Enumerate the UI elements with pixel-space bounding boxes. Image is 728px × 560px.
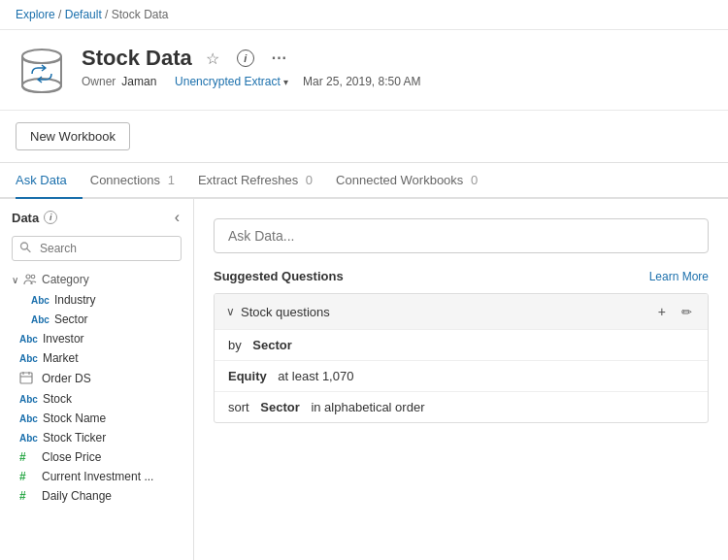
tab-connected-workbooks[interactable]: Connected Workbooks 0 [336, 163, 493, 199]
star-button[interactable]: ☆ [202, 48, 223, 70]
field-list: ∨ Category Abc Industry Abc Sect [0, 269, 193, 560]
category-item[interactable]: ∨ Category [0, 269, 193, 290]
list-item[interactable]: Abc Stock Ticker [0, 428, 193, 447]
edit-group-button[interactable]: ✏ [678, 302, 696, 321]
list-item[interactable]: Abc Investor [0, 329, 193, 348]
svg-point-2 [22, 79, 61, 92]
tabs-bar: Ask Data Connections 1 Extract Refreshes… [0, 163, 728, 199]
left-panel: Data i ‹ ∨ [0, 199, 194, 560]
edit-icon: ✏ [681, 305, 692, 319]
question-bold-word: Sector [252, 338, 291, 352]
more-button[interactable]: ··· [268, 48, 291, 69]
extract-refreshes-count: 0 [306, 173, 313, 187]
header-info: Stock Data ☆ i ··· Owner Jaman Unencrypt… [82, 46, 712, 88]
field-name: Stock [43, 392, 72, 406]
collapse-panel-button[interactable]: ‹ [173, 209, 182, 226]
field-type-icon: Abc [19, 353, 38, 364]
search-input[interactable] [12, 236, 182, 261]
svg-rect-7 [20, 373, 32, 383]
question-bold-word: Sector [260, 400, 299, 414]
question-prefix: sort [228, 400, 249, 414]
field-type-icon: Abc [31, 295, 50, 306]
field-type-icon: Abc [19, 433, 38, 444]
category-label: Category [42, 273, 89, 286]
suggested-questions-header: Suggested Questions Learn More [214, 269, 709, 283]
breadcrumb-default[interactable]: Default [65, 8, 102, 21]
people-icon [22, 272, 38, 287]
list-item[interactable]: Abc Stock [0, 389, 193, 409]
field-name: Stock Ticker [43, 431, 106, 445]
field-name: Daily Change [42, 489, 112, 503]
add-question-button[interactable]: + [654, 302, 670, 321]
breadcrumb-explore[interactable]: Explore [16, 8, 55, 21]
svg-point-6 [31, 275, 35, 279]
field-name: Sector [54, 313, 88, 326]
suggested-questions-section: Suggested Questions Learn More ∨ Stock q… [214, 269, 709, 423]
ask-data-input[interactable] [214, 218, 709, 253]
tab-ask-data[interactable]: Ask Data [16, 163, 83, 199]
field-type-icon: # [19, 470, 37, 483]
breadcrumb-sep-1: / [58, 8, 61, 21]
datasource-icon [16, 46, 68, 98]
list-item[interactable]: Abc Market [0, 348, 193, 368]
extract-label: Unencrypted Extract [175, 75, 281, 88]
field-name: Current Investment ... [42, 470, 153, 483]
header-meta: Owner Jaman Unencrypted Extract ▾ Mar 25… [82, 75, 712, 88]
field-type-icon: Abc [19, 334, 38, 345]
connections-count: 1 [168, 173, 175, 187]
more-icon: ··· [272, 49, 287, 67]
left-panel-title-area: Data i [12, 211, 57, 225]
field-name: Stock Name [43, 412, 106, 425]
suggested-title: Suggested Questions [214, 269, 344, 283]
new-workbook-button[interactable]: New Workbook [16, 122, 130, 150]
data-info-icon[interactable]: i [44, 211, 57, 224]
group-label: Stock questions [241, 305, 330, 319]
info-button[interactable]: i [233, 48, 258, 69]
right-panel: Suggested Questions Learn More ∨ Stock q… [194, 199, 728, 560]
star-icon: ☆ [206, 49, 219, 68]
question-item[interactable]: by Sector [215, 329, 708, 360]
questions-group-actions: + ✏ [654, 302, 696, 321]
list-item[interactable]: Abc Sector [0, 310, 193, 329]
page-header: Stock Data ☆ i ··· Owner Jaman Unencrypt… [0, 30, 728, 111]
svg-line-4 [27, 248, 31, 252]
question-item[interactable]: sort Sector in alphabetical order [215, 391, 708, 422]
list-item[interactable]: # Current Investment ... [0, 467, 193, 486]
field-type-icon: Abc [19, 413, 38, 424]
connected-workbooks-count: 0 [471, 173, 478, 187]
questions-group-title-area: ∨ Stock questions [226, 305, 330, 319]
learn-more-link[interactable]: Learn More [649, 270, 709, 283]
questions-group-header[interactable]: ∨ Stock questions + ✏ [215, 294, 708, 329]
field-type-icon: Abc [31, 314, 50, 325]
question-prefix: by [228, 338, 242, 352]
question-suffix: at least 1,070 [278, 369, 353, 383]
dropdown-arrow-icon: ▾ [283, 77, 288, 87]
list-item[interactable]: # Daily Change [0, 486, 193, 506]
search-icon [19, 242, 31, 256]
list-item[interactable]: Order DS [0, 368, 193, 389]
tab-extract-refreshes[interactable]: Extract Refreshes 0 [198, 163, 328, 199]
field-name: Order DS [42, 372, 91, 385]
breadcrumb: Explore / Default / Stock Data [0, 0, 728, 30]
svg-point-5 [26, 275, 30, 279]
action-bar: New Workbook [0, 111, 728, 163]
question-item[interactable]: Equity at least 1,070 [215, 360, 708, 391]
main-content: Data i ‹ ∨ [0, 199, 728, 560]
field-name: Investor [43, 332, 84, 346]
field-type-icon [19, 371, 37, 386]
field-name: Close Price [42, 450, 101, 464]
field-name: Industry [54, 293, 96, 307]
list-item[interactable]: Abc Industry [0, 290, 193, 310]
list-item[interactable]: # Close Price [0, 447, 193, 467]
search-box [12, 236, 182, 261]
field-type-icon: # [19, 489, 37, 503]
info-circle-icon: i [237, 49, 254, 67]
list-item[interactable]: Abc Stock Name [0, 409, 193, 428]
questions-group: ∨ Stock questions + ✏ by Sector [214, 293, 709, 423]
owner-name: Jaman [121, 75, 156, 88]
left-panel-header: Data i ‹ [0, 199, 193, 232]
header-date: Mar 25, 2019, 8:50 AM [303, 75, 420, 88]
extract-link[interactable]: Unencrypted Extract ▾ [175, 75, 288, 88]
breadcrumb-current: Stock Data [112, 8, 169, 21]
tab-connections[interactable]: Connections 1 [90, 163, 190, 199]
